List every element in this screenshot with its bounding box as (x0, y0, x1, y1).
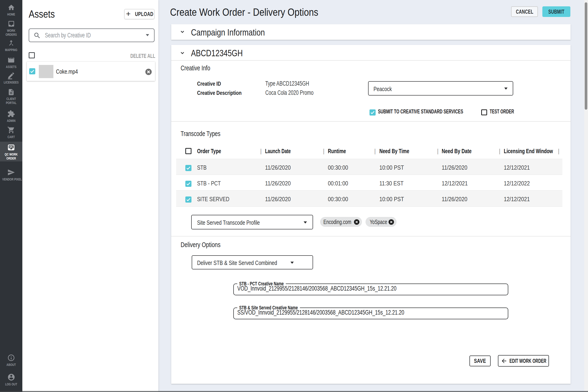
svg-text:QC: QC (9, 146, 13, 148)
